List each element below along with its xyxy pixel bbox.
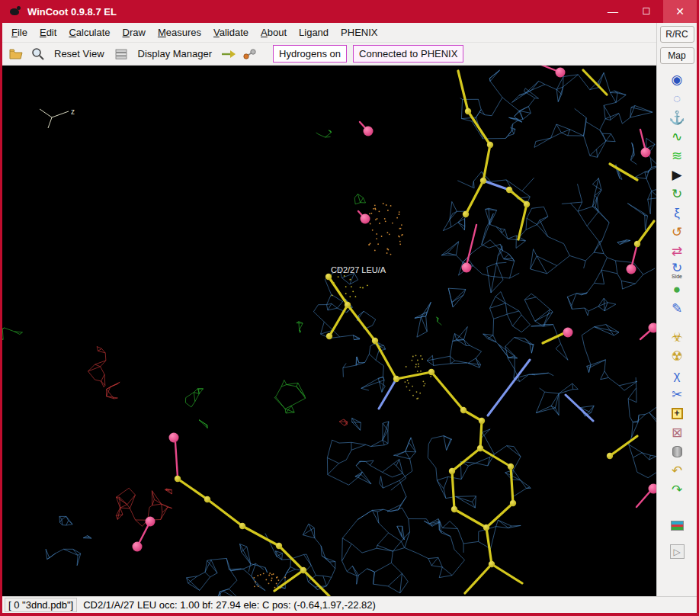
menu-calculate[interactable]: Calculate [63, 24, 116, 41]
menu-draw[interactable]: Draw [117, 24, 152, 41]
residue-label: CD2/27 LEU/A [331, 265, 386, 274]
display-manager-icon[interactable] [112, 45, 130, 63]
modelling-tool-strip: ◉◌⚓∿≋▶↻ξ↺⇄↻Side●✎☣☢χ✂+⊠↶↷▷ [657, 70, 697, 561]
undo-button[interactable]: ↶ [657, 461, 697, 480]
mutate-residue-button[interactable]: ☣ [657, 328, 697, 347]
rigid-body-fit-button[interactable]: ▶ [657, 165, 697, 184]
axis-z-label: z [71, 107, 75, 116]
titlebar: WinCoot 0.9.8.7 EL — ☐ ✕ [2, 0, 697, 23]
menu-about[interactable]: About [255, 24, 293, 41]
map-button[interactable]: Map [660, 47, 694, 64]
phenix-connection-button[interactable]: Connected to PHENIX [353, 45, 463, 63]
statusbar: [ 0 "3dnd.pdb"] CD2/1/A/27 LEU occ: 1.00… [2, 596, 697, 613]
go-to-atom-icon[interactable] [220, 45, 238, 63]
rrc-button[interactable]: R/RC [660, 26, 694, 43]
cis-trans-button[interactable]: ✂ [657, 385, 697, 404]
menu-phenix[interactable]: PHENIX [335, 24, 383, 41]
flip-peptide-button[interactable]: ⇄ [657, 242, 697, 261]
maximize-button[interactable]: ☐ [630, 0, 663, 23]
menu-edit[interactable]: Edit [34, 24, 63, 41]
menubar: FileEditCalculateDrawMeasuresValidateAbo… [2, 23, 656, 43]
status-atom-info: CD2/1/A/27 LEU occ: 1.00 bf: 27.94 ele: … [83, 599, 376, 611]
reset-view-label: Reset View [54, 48, 104, 59]
hydrogens-toggle-button[interactable]: Hydrogens on [273, 45, 347, 63]
dotted-sphere-button[interactable]: ◌ [657, 89, 697, 108]
simple-mutate-button[interactable]: ☢ [657, 347, 697, 366]
magnifier-icon[interactable] [28, 45, 46, 63]
status-molecule: [ 0 "3dnd.pdb"] [5, 598, 77, 612]
menu-measures[interactable]: Measures [152, 24, 207, 41]
wincoot-window: WinCoot 0.9.8.7 EL — ☐ ✕ FileEditCalcula… [0, 0, 699, 616]
edit-backbone-button[interactable]: ✎ [657, 299, 697, 318]
flag-button[interactable] [657, 516, 697, 535]
add-atom-button[interactable]: + [657, 404, 697, 423]
auto-fit-rotamer-button[interactable]: ξ [657, 204, 697, 223]
viewport[interactable]: z CD2/27 LEU/A [2, 66, 656, 596]
display-manager-label: Display Manager [138, 48, 213, 59]
right-sidebar: R/RC Map ◉◌⚓∿≋▶↻ξ↺⇄↻Side●✎☣☢χ✂+⊠↶↷▷ [656, 23, 697, 596]
rotate-translate-button[interactable]: ↻ [657, 184, 697, 204]
delete-item-button[interactable]: ⊠ [657, 423, 697, 442]
add-terminal-residue-button[interactable]: ● [657, 280, 697, 299]
window-title: WinCoot 0.9.8.7 EL [27, 6, 596, 18]
rotamers-button[interactable]: ↺ [657, 223, 697, 242]
anchor-button[interactable]: ⚓ [657, 108, 697, 127]
minimize-button[interactable]: — [596, 0, 630, 23]
axes-indicator: z [40, 107, 75, 128]
menu-ligand[interactable]: Ligand [293, 24, 335, 41]
clear-pending-button[interactable] [657, 442, 697, 461]
regularize-zone-button[interactable]: ≋ [657, 146, 697, 165]
viewport-canvas[interactable]: z CD2/27 LEU/A [2, 66, 656, 596]
open-folder-icon[interactable] [7, 45, 25, 63]
view-sphere-button[interactable]: ◉ [657, 70, 697, 89]
app-icon [8, 6, 22, 17]
real-space-refine-button[interactable]: ∿ [657, 127, 697, 146]
toolbar: Reset View Display Manager Hydrogens on … [2, 43, 656, 66]
molecule-icon[interactable] [241, 45, 259, 63]
side-chain-180-button[interactable]: ↻Side [657, 261, 697, 280]
edit-chi-angles-button[interactable]: χ [657, 366, 697, 385]
run-button[interactable]: ▷ [657, 542, 697, 561]
display-manager-button[interactable]: Display Manager [133, 46, 217, 62]
close-button[interactable]: ✕ [663, 0, 697, 23]
menu-validate[interactable]: Validate [207, 24, 255, 41]
redo-button[interactable]: ↷ [657, 480, 697, 499]
reset-view-button[interactable]: Reset View [50, 46, 109, 62]
menu-file[interactable]: File [5, 24, 34, 41]
